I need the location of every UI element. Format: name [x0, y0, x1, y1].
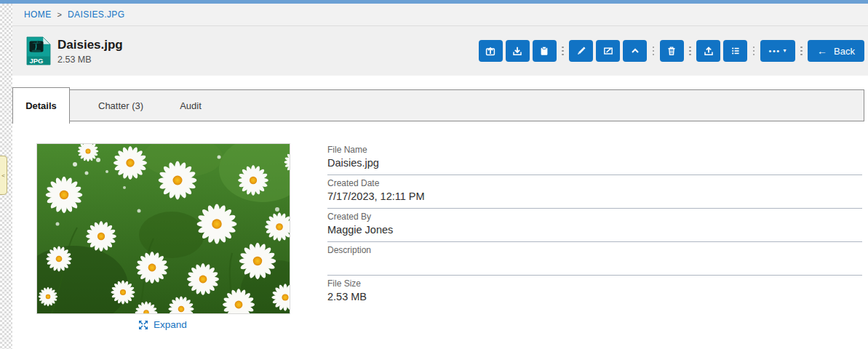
toolbar-separator	[800, 47, 803, 56]
action-toolbar: ••• ▾ ← Back	[479, 40, 864, 62]
more-actions-button[interactable]: ••• ▾	[760, 40, 795, 62]
toolbar-separator	[653, 47, 655, 56]
list-icon	[730, 45, 741, 57]
field-label: File Size	[327, 278, 862, 289]
field-created-date: Created Date 7/17/2023, 12:11 PM	[327, 175, 862, 209]
compose-button[interactable]	[596, 40, 620, 62]
export-button[interactable]	[479, 40, 503, 62]
download-icon	[511, 45, 523, 57]
field-created-by: Created By Maggie Jones	[327, 209, 862, 242]
toolbar-separator	[753, 47, 755, 56]
file-details-page: < HOME > DAISIES.JPG JPG Daisies.jpg	[0, 0, 868, 349]
jpg-badge-text: JPG	[30, 57, 44, 65]
pencil-icon	[576, 45, 587, 57]
file-preview-image	[37, 144, 290, 313]
clipboard-icon	[538, 45, 550, 57]
edit-button[interactable]	[569, 40, 593, 62]
main-column: HOME > DAISIES.JPG JPG Daisies.jpg 2.53 …	[12, 4, 868, 349]
field-value: Maggie Jones	[327, 224, 862, 236]
delete-button[interactable]	[660, 40, 684, 62]
jpg-file-icon: JPG	[26, 36, 51, 65]
upload-icon	[703, 45, 714, 57]
toolbar-separator	[689, 47, 691, 56]
tab-details[interactable]: Details	[12, 87, 70, 124]
collapse-button[interactable]	[623, 40, 647, 62]
list-view-button[interactable]	[723, 40, 747, 62]
field-value: Daisies.jpg	[327, 157, 862, 169]
chevron-up-icon	[629, 45, 641, 57]
back-button-label: Back	[834, 46, 855, 57]
tab-bar: Details Chatter (3) Audit	[12, 89, 864, 121]
file-header: JPG Daisies.jpg 2.53 MB	[12, 26, 868, 76]
clipboard-button[interactable]	[533, 40, 557, 62]
tab-audit[interactable]: Audit	[162, 100, 220, 111]
details-panel: Expand File Name Daisies.jpg Created Dat…	[12, 121, 868, 349]
back-button[interactable]: ← Back	[808, 40, 864, 62]
header-content-gap	[12, 76, 868, 89]
file-title: Daisies.jpg	[57, 38, 123, 52]
field-label: Created By	[327, 212, 862, 222]
tab-chatter[interactable]: Chatter (3)	[80, 100, 162, 111]
file-size-subtitle: 2.53 MB	[57, 55, 123, 65]
breadcrumb-current[interactable]: DAISIES.JPG	[68, 9, 124, 20]
metadata-fields: File Name Daisies.jpg Created Date 7/17/…	[327, 142, 862, 308]
field-label: File Name	[327, 145, 862, 155]
panel-collapse-handle[interactable]: <	[0, 156, 7, 195]
field-value	[327, 257, 862, 270]
trash-icon	[666, 45, 677, 57]
more-dots: •••	[769, 47, 781, 55]
field-value: 2.53 MB	[327, 291, 862, 303]
field-label: Description	[327, 245, 862, 255]
download-button[interactable]	[506, 40, 530, 62]
field-description: Description	[327, 242, 862, 276]
compose-icon	[602, 45, 614, 57]
export-icon	[485, 45, 496, 57]
field-value: 7/17/2023, 12:11 PM	[327, 190, 862, 203]
toolbar-separator	[562, 47, 564, 56]
breadcrumb: HOME > DAISIES.JPG	[12, 4, 868, 26]
field-file-name: File Name Daisies.jpg	[327, 142, 862, 175]
field-label: Created Date	[327, 178, 862, 188]
back-arrow-icon: ←	[817, 46, 827, 56]
chevron-down-icon: ▾	[784, 48, 787, 54]
upload-button[interactable]	[696, 40, 720, 62]
breadcrumb-home-link[interactable]: HOME	[24, 9, 52, 20]
breadcrumb-separator: >	[57, 10, 62, 19]
file-preview	[36, 143, 290, 314]
expand-link[interactable]: Expand	[36, 319, 289, 330]
expand-icon	[138, 320, 148, 330]
file-title-block: Daisies.jpg 2.53 MB	[57, 38, 123, 65]
field-file-size: File Size 2.53 MB	[327, 276, 862, 308]
expand-label: Expand	[154, 319, 187, 330]
